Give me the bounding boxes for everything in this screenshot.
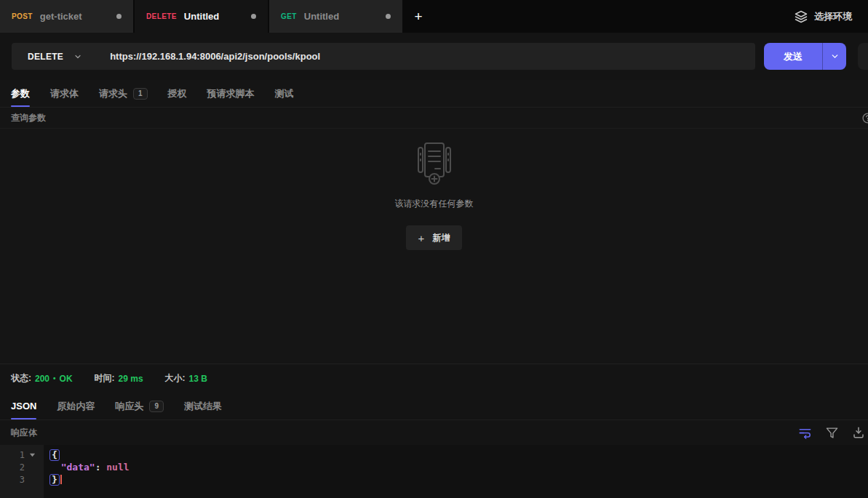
headers-count-badge: 1 [133,88,148,100]
tab-pre-request-script[interactable]: 预请求脚本 [207,80,255,107]
layers-icon [795,10,808,23]
status-value: 200 [35,374,49,384]
unsaved-dot-icon [116,14,122,19]
tab-label: JSON [11,401,36,411]
editor-gutter: 1 2 3 [0,445,44,498]
response-headers-count-badge: 9 [149,401,164,412]
add-param-button-label: 新增 [432,232,450,244]
tab-title: get-ticket [40,11,109,22]
tab-authorization[interactable]: 授权 [168,80,187,107]
tab-label: 授权 [168,87,187,100]
send-button-label: 发送 [764,43,822,70]
line-number: 1 [20,450,25,460]
line-number: 3 [20,475,25,485]
tab-label: 参数 [11,87,30,100]
json-null-value: null [106,462,129,473]
tab-label: 预请求脚本 [207,87,255,100]
response-body-toolbar [798,426,857,440]
tab-params[interactable]: 参数 [11,80,30,107]
text-cursor [60,475,62,484]
status-text: OK [60,374,73,384]
status-separator: • [53,374,56,382]
tab-headers[interactable]: 请求头 1 [99,80,148,107]
request-subtabs: 参数 请求体 请求头 1 授权 预请求脚本 测试 [0,80,868,108]
tab-json[interactable]: JSON [11,393,36,419]
gutter-line: 1 [0,449,44,461]
download-icon-clipped[interactable] [852,426,865,439]
response-body-header: 响应体 [0,420,868,445]
code-line: { [49,449,868,461]
topbar-spacer [433,0,779,33]
response-code-editor[interactable]: 1 2 3 { "data": null } [0,445,868,498]
method-label: GET [281,12,297,20]
json-colon: : [95,462,107,473]
status-code: 状态: 200 • OK [11,372,73,385]
request-bar: DELETE https://192.168.1.94:8006/api2/js… [0,33,868,80]
add-param-button[interactable]: + 新增 [406,225,463,250]
unsaved-dot-icon [386,14,391,19]
tab-label: 响应头 [115,400,143,413]
environment-selector-label: 选择环境 [814,10,852,23]
empty-params-illustration [415,142,454,185]
bracket-highlight: { [49,449,60,461]
gutter-line: 3 [0,473,44,486]
tab-label: 请求体 [50,87,79,100]
chevron-down-icon [73,52,82,61]
url-input[interactable]: https://192.168.1.94:8006/api2/json/pool… [98,51,755,62]
tab-title: Untitled [184,11,244,22]
tab-response-headers[interactable]: 响应头 9 [115,393,164,419]
help-icon-clipped[interactable] [861,112,868,124]
tab-title: Untitled [304,11,378,22]
response-size: 大小: 13 B [165,372,207,385]
tab-label: 测试 [275,87,294,100]
send-options-chevron[interactable] [822,43,846,70]
size-value: 13 B [189,374,207,384]
unsaved-dot-icon [251,14,256,19]
size-label: 大小: [165,372,186,385]
tab-body[interactable]: 请求体 [50,80,79,107]
response-time: 时间: 29 ms [95,372,143,385]
response-status-bar: 状态: 200 • OK 时间: 29 ms 大小: 13 B [0,364,868,393]
line-number: 2 [20,462,25,473]
bracket-highlight: } [49,474,60,486]
tab-label: 测试结果 [184,400,222,413]
tab-test-results[interactable]: 测试结果 [184,393,222,419]
method-select-value: DELETE [28,52,63,62]
query-params-title: 查询参数 [11,112,46,124]
tab-raw[interactable]: 原始内容 [57,393,95,419]
method-select[interactable]: DELETE [12,43,98,70]
plus-icon: + [418,232,425,244]
new-tab-button[interactable]: + [404,0,433,33]
wrap-lines-icon[interactable] [798,426,812,440]
params-empty-state: 该请求没有任何参数 + 新增 [0,129,868,364]
empty-params-message: 该请求没有任何参数 [395,198,474,210]
status-label: 状态: [11,372,31,385]
response-body-title: 响应体 [11,427,37,439]
query-params-header: 查询参数 [0,108,868,129]
fold-arrow-icon[interactable] [29,451,36,458]
method-label: POST [12,12,33,20]
code-line: } [49,473,868,486]
request-tab-untitled-delete[interactable]: DELETE Untitled [135,0,268,33]
tab-tests[interactable]: 测试 [275,80,294,107]
request-tab-strip: POST get-ticket DELETE Untitled GET Unti… [0,0,868,33]
time-label: 时间: [95,372,115,385]
time-value: 29 ms [119,374,143,384]
request-tab-get-ticket[interactable]: POST get-ticket [0,0,133,33]
json-key: "data" [61,462,95,473]
request-url-group: DELETE https://192.168.1.94:8006/api2/js… [12,43,755,70]
gutter-line: 2 [0,461,44,473]
indent [49,462,61,473]
response-tabs: JSON 原始内容 响应头 9 测试结果 [0,393,868,420]
environment-selector[interactable]: 选择环境 [779,0,868,33]
code-line: "data": null [49,461,868,473]
save-request-button-clipped[interactable] [858,43,868,70]
code-content[interactable]: { "data": null } [44,445,868,498]
api-client-window: POST get-ticket DELETE Untitled GET Unti… [0,0,868,498]
tab-label: 原始内容 [57,400,95,413]
send-button[interactable]: 发送 [764,43,846,70]
filter-icon[interactable] [826,427,838,439]
tab-label: 请求头 [99,87,127,100]
method-label: DELETE [146,12,177,20]
request-tab-untitled-get[interactable]: GET Untitled [269,0,402,33]
